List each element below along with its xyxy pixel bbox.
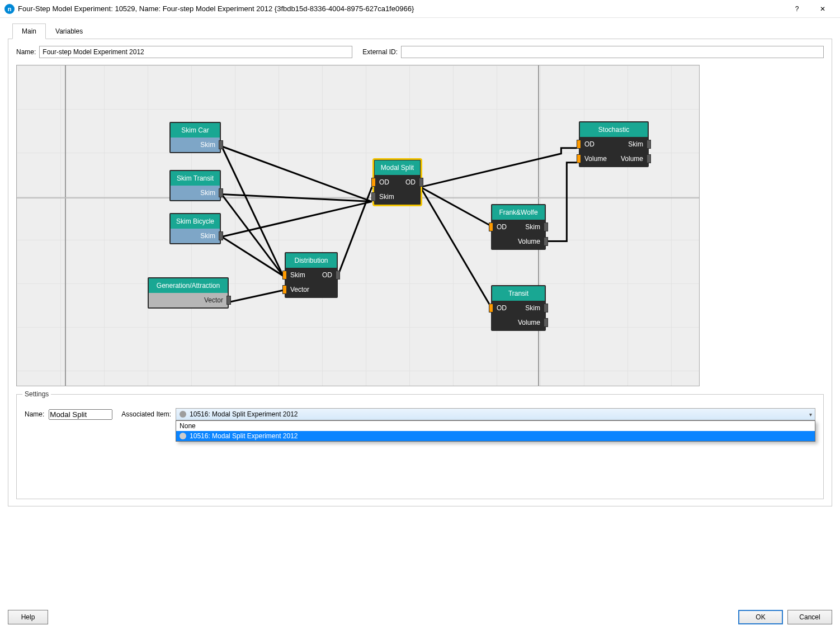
port-label: Volume — [516, 319, 542, 326]
port-output[interactable] — [419, 178, 423, 187]
node-title: Transit — [492, 286, 545, 301]
port-label: OD — [403, 178, 418, 186]
help-icon[interactable]: ? — [784, 0, 810, 18]
node-title: Skim Transit — [171, 171, 220, 186]
item-icon — [180, 411, 186, 418]
port-label: Volume — [516, 238, 542, 245]
port-output[interactable] — [544, 222, 548, 231]
port-label: Skim — [523, 223, 542, 231]
node-frank-wolfe[interactable]: Frank&Wolfe OD Skim Volume — [491, 204, 546, 250]
port-label: OD — [377, 178, 391, 186]
tab-main[interactable]: Main — [12, 23, 46, 39]
title-bar: n Four-Step Model Experiment: 10529, Nam… — [0, 0, 840, 18]
node-title: Skim Bicycle — [171, 214, 220, 229]
port-input[interactable] — [371, 178, 376, 187]
content: Main Variables Name: External ID: — [0, 18, 840, 506]
grid-background — [17, 65, 699, 386]
port-label: Volume — [619, 155, 645, 163]
option-label: None — [180, 422, 196, 430]
node-title: Stochastic — [580, 122, 648, 137]
external-id-input[interactable] — [401, 46, 824, 58]
footer: Help OK Cancel — [0, 610, 840, 624]
node-distribution[interactable]: Distribution Skim OD Vector — [285, 252, 338, 298]
node-title: Distribution — [286, 253, 337, 268]
node-generation-attraction[interactable]: Generation/Attraction Vector — [148, 277, 229, 309]
port-label: Skim — [198, 232, 218, 240]
node-stochastic[interactable]: Stochastic OD Skim Volume Volume — [579, 121, 649, 167]
associated-item-field: 10516: Modal Split Experiment 2012 ▾ Non… — [176, 408, 815, 420]
spacer — [53, 610, 734, 624]
port-output[interactable] — [219, 188, 223, 197]
node-skim-transit[interactable]: Skim Transit Skim — [169, 170, 221, 201]
port-label: Volume — [582, 155, 609, 163]
port-input[interactable] — [577, 140, 581, 149]
port-label: Vector — [288, 286, 312, 293]
main-panel: Name: External ID: — [8, 39, 832, 506]
port-output[interactable] — [219, 140, 223, 149]
port-label: OD — [582, 140, 597, 148]
option-label: 10516: Modal Split Experiment 2012 — [190, 432, 298, 440]
node-transit[interactable]: Transit OD Skim Volume — [491, 285, 546, 331]
node-modal-split[interactable]: Modal Split OD OD Skim — [374, 159, 421, 205]
help-button[interactable]: Help — [8, 610, 48, 624]
port-output[interactable] — [219, 231, 223, 240]
close-icon[interactable]: ✕ — [810, 0, 836, 18]
port-label: Skim — [198, 141, 218, 149]
cancel-button[interactable]: Cancel — [787, 610, 832, 624]
item-icon — [180, 433, 186, 439]
port-label: Skim — [523, 304, 542, 312]
graph-canvas[interactable]: Skim Car Skim Skim Transit Skim — [16, 65, 700, 386]
node-title: Frank&Wolfe — [492, 205, 545, 220]
port-input[interactable] — [282, 285, 287, 294]
port-output[interactable] — [646, 140, 651, 149]
port-label: Skim — [198, 189, 218, 197]
port-input[interactable] — [489, 304, 493, 312]
port-output[interactable] — [226, 296, 231, 305]
port-output[interactable] — [544, 304, 548, 312]
port-label: Vector — [202, 296, 225, 304]
app-icon: n — [4, 4, 15, 14]
port-output[interactable] — [544, 237, 548, 246]
port-label: OD — [494, 304, 509, 312]
port-label: Skim — [626, 140, 645, 148]
window-title: Four-Step Model Experiment: 10529, Name:… — [18, 4, 784, 13]
port-output[interactable] — [646, 154, 651, 163]
associated-item-label: Associated Item: — [121, 410, 171, 418]
port-output[interactable] — [336, 271, 340, 280]
port-output[interactable] — [544, 318, 548, 327]
external-id-label: External ID: — [362, 48, 398, 56]
associated-item-value: 10516: Modal Split Experiment 2012 — [190, 410, 298, 418]
chevron-down-icon: ▾ — [809, 411, 812, 418]
settings-name-label: Name: — [25, 410, 44, 418]
dropdown-option-item[interactable]: 10516: Modal Split Experiment 2012 — [176, 431, 815, 441]
name-label: Name: — [16, 48, 36, 56]
tab-bar: Main Variables — [8, 23, 832, 39]
port-input[interactable] — [371, 192, 376, 201]
name-input[interactable] — [39, 46, 352, 58]
node-skim-bicycle[interactable]: Skim Bicycle Skim — [169, 213, 221, 244]
port-input[interactable] — [282, 271, 287, 280]
port-label: Skim — [288, 271, 308, 279]
port-input[interactable] — [489, 222, 493, 231]
port-input[interactable] — [577, 154, 581, 163]
associated-item-select[interactable]: 10516: Modal Split Experiment 2012 ▾ — [176, 408, 815, 420]
grid-line — [17, 197, 699, 198]
node-skim-car[interactable]: Skim Car Skim — [169, 122, 221, 153]
grid-line — [65, 65, 66, 386]
ok-button[interactable]: OK — [738, 610, 783, 624]
port-label: Skim — [377, 193, 397, 201]
port-label: OD — [320, 271, 334, 279]
settings-name-input[interactable] — [49, 409, 112, 420]
settings-legend: Settings — [22, 390, 51, 398]
associated-item-dropdown: None 10516: Modal Split Experiment 2012 — [176, 420, 815, 442]
node-title: Generation/Attraction — [149, 278, 228, 293]
name-row: Name: External ID: — [16, 46, 824, 58]
node-title: Modal Split — [375, 160, 420, 175]
port-label: OD — [494, 223, 509, 231]
tab-variables[interactable]: Variables — [46, 23, 92, 39]
settings-group: Settings Name: Associated Item: 10516: M… — [16, 394, 824, 499]
dropdown-option-none[interactable]: None — [176, 421, 815, 431]
node-title: Skim Car — [171, 123, 220, 138]
